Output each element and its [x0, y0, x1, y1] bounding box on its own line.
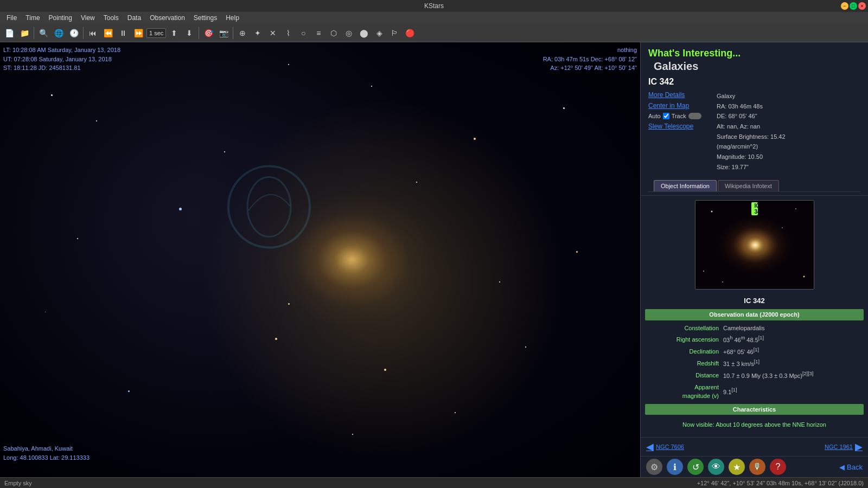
tool12-button[interactable]: 🔴 [403, 26, 417, 40]
mic-icon-button[interactable]: 🎙 [749, 459, 765, 475]
menu-pointing[interactable]: Pointing [44, 13, 76, 23]
tool9-button[interactable]: ⬤ [357, 26, 371, 40]
skymap[interactable]: LT: 10:28:08 AM Saturday, January 13, 20… [0, 42, 640, 477]
right-panel: What's Interesting... Galaxies IC 342 Mo… [640, 42, 868, 477]
tab-object-info[interactable]: Object Information [654, 180, 717, 191]
menu-view[interactable]: View [76, 13, 99, 23]
forward-step-button[interactable]: ⏩ [131, 26, 145, 40]
back-step-button[interactable]: ⏪ [101, 26, 115, 40]
svg-point-9 [782, 227, 783, 228]
open-button[interactable]: 📁 [17, 26, 31, 40]
maximize-button[interactable]: □ [850, 2, 857, 10]
dec-label: Declination [645, 345, 721, 357]
location-display: Sabahiya, Ahmadi, Kuwait [3, 444, 90, 453]
menu-observation[interactable]: Observation [145, 13, 189, 23]
prop-de: DE: 68° 05' 46" [717, 111, 860, 121]
tool1-button[interactable]: ⊕ [235, 26, 250, 40]
center-in-map-link[interactable]: Center in Map [648, 102, 708, 110]
apparent-label: Apparent magnitude (v) [645, 382, 721, 402]
wiki-title: IC 342 [645, 296, 864, 306]
tab-wikipedia[interactable]: Wikipedia Infotext [718, 180, 779, 191]
prop-size: Size: 19.77" [717, 162, 860, 172]
menu-file[interactable]: File [2, 13, 21, 23]
menu-help[interactable]: Help [221, 13, 244, 23]
back-arrow-icon: ◀ [839, 463, 845, 471]
back-button[interactable]: ◀ Back [839, 463, 863, 471]
app-title: KStars [424, 2, 444, 10]
eye-icon-button[interactable]: 👁 [708, 459, 724, 475]
tool3-button[interactable]: ✕ [266, 26, 280, 40]
star [352, 434, 353, 435]
help-icon-button[interactable]: ? [770, 459, 786, 475]
constellation-label: Constellation [645, 323, 721, 334]
new-button[interactable]: 📄 [2, 26, 16, 40]
tool5-button[interactable]: ○ [296, 26, 310, 40]
minimize-button[interactable]: − [841, 2, 848, 10]
menu-tools[interactable]: Tools [99, 13, 123, 23]
redshift-value: 31 ± 3 km/s[1] [721, 357, 864, 369]
pause-button[interactable]: ⏸ [116, 26, 130, 40]
sep2 [83, 27, 84, 39]
wiki-char-header: Characteristics [645, 404, 864, 415]
slew-telescope-link[interactable]: Slew Telescope [648, 123, 708, 130]
refresh-icon-button[interactable]: ↺ [687, 459, 704, 475]
star [224, 151, 225, 152]
tool6-button[interactable]: ≡ [311, 26, 326, 40]
prop-type: Galaxy [717, 91, 860, 101]
wiki-row: Apparent magnitude (v) 9.1[1] [645, 382, 864, 402]
star-icon-button[interactable]: ★ [729, 459, 745, 475]
menu-data[interactable]: Data [123, 13, 145, 23]
skymap-info-topleft: LT: 10:28:08 AM Saturday, January 13, 20… [3, 46, 120, 73]
skymap-info-topright: nothing RA: 03h 47m 51s Dec: +68° 08' 12… [543, 46, 637, 73]
constellation-value: Camelopardalis [721, 323, 864, 334]
star [384, 369, 386, 371]
speed-up-button[interactable]: ⬆ [167, 26, 181, 40]
svg-point-7 [803, 275, 805, 277]
auto-checkbox[interactable] [663, 113, 669, 119]
menu-time[interactable]: Time [21, 13, 44, 23]
wiki-row: Right ascension 03h 46m 48.5[1] [645, 333, 864, 345]
close-button[interactable]: × [858, 2, 866, 10]
svg-point-1 [247, 177, 291, 236]
category-title: Galaxies [648, 60, 860, 73]
tool7-button[interactable]: ⬡ [327, 26, 341, 40]
ra-display: RA: 03h 47m 51s Dec: +68° 08' 12" [543, 55, 637, 64]
screenshot-button[interactable]: 📷 [216, 26, 231, 40]
object-name: IC 342 [648, 77, 860, 87]
track-label: Track [672, 113, 686, 119]
track-toggle[interactable] [688, 113, 701, 119]
svg-point-5 [711, 210, 712, 212]
rewind-button[interactable]: ⏮ [86, 26, 100, 40]
status-right: +12° 46' 42", +10° 53' 24" 03h 48m 10s, … [697, 480, 864, 486]
globe-button[interactable]: 🌐 [52, 26, 66, 40]
window-controls: − □ × [841, 0, 866, 12]
wiki-table: Constellation Camelopardalis Right ascen… [645, 323, 864, 402]
next-nav-button[interactable]: NGC 1961 ▶ [825, 441, 863, 453]
wiki-row: Distance 10.7 ± 0.9 Mly (3.3 ± 0.3 Mpc)[… [645, 369, 864, 381]
prop-sb: Surface Brightness: 15.42 [717, 132, 860, 142]
svg-point-8 [703, 271, 704, 272]
menubar: File Time Pointing View Tools Data Obser… [0, 12, 868, 24]
tool4-button[interactable]: ⌇ [281, 26, 295, 40]
prev-nav-button[interactable]: ◀ NGC 7606 [646, 441, 684, 453]
zoom-in-button[interactable]: 🔍 [36, 26, 50, 40]
clock-button[interactable]: 🕐 [67, 26, 81, 40]
prop-alt-az: Alt: nan, Az: nan [717, 121, 860, 132]
wiki-row: Redshift 31 ± 3 km/s[1] [645, 357, 864, 369]
menu-settings[interactable]: Settings [189, 13, 221, 23]
tool8-button[interactable]: ◎ [342, 26, 356, 40]
track-button[interactable]: 🎯 [201, 26, 215, 40]
object-display: nothing [543, 46, 637, 55]
speed-down-button[interactable]: ⬇ [182, 26, 196, 40]
auto-label: Auto [648, 113, 661, 119]
skymap-info-bottomleft: Sabahiya, Ahmadi, Kuwait Long: 48.100833… [3, 444, 90, 462]
bottom-icons: ⚙ ℹ ↺ 👁 ★ 🎙 ? [646, 459, 786, 475]
tool2-button[interactable]: ✦ [251, 26, 265, 40]
tool11-button[interactable]: 🏳 [387, 26, 401, 40]
settings-icon-button[interactable]: ⚙ [646, 459, 662, 475]
info-icon-button[interactable]: ℹ [667, 459, 683, 475]
more-details-link[interactable]: More Details [648, 91, 708, 99]
navigation-row: ◀ NGC 7606 NGC 1961 ▶ [641, 437, 868, 456]
svg-point-10 [722, 281, 723, 282]
tool10-button[interactable]: ◈ [372, 26, 386, 40]
